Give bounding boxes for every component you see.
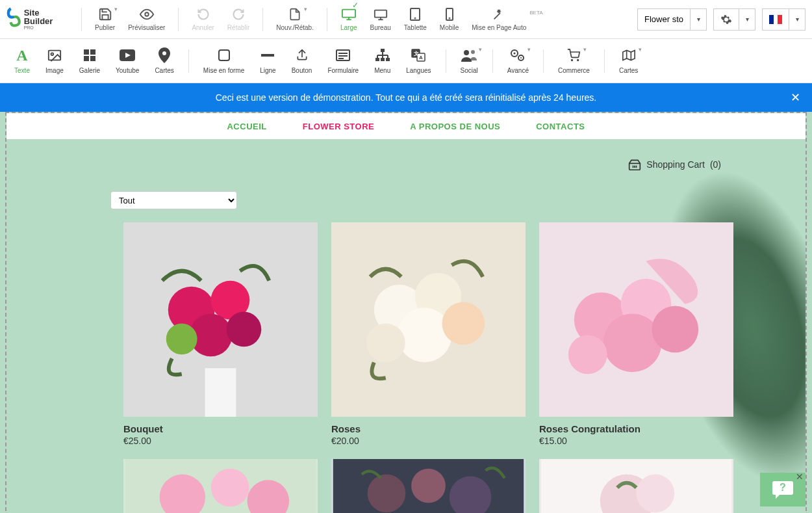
separator: [262, 8, 263, 31]
users-icon: ▾: [461, 47, 477, 63]
insert-toolbar: A Texte Image Galerie Youtube Cartes Mis…: [0, 39, 812, 83]
help-widget[interactable]: ✕ ?: [760, 473, 806, 506]
svg-rect-25: [381, 49, 385, 52]
svg-point-69: [603, 314, 662, 373]
nav-home[interactable]: ACCUEIL: [227, 122, 266, 131]
close-icon[interactable]: ✕: [796, 471, 804, 482]
redo-button[interactable]: Rétablir: [221, 5, 256, 34]
viewport-desktop-button[interactable]: Bureau: [364, 5, 398, 34]
insert-youtube-button[interactable]: Youtube: [108, 45, 147, 77]
svg-rect-59: [205, 368, 236, 417]
chevron-down-icon: ▾: [114, 6, 118, 12]
svg-point-78: [411, 469, 446, 503]
svg-rect-15: [90, 49, 95, 55]
insert-menu-button[interactable]: Menu: [366, 45, 398, 77]
viewport-mobile-button[interactable]: Mobile: [433, 5, 465, 34]
product-price: €15.00: [539, 436, 733, 446]
eye-icon: [140, 7, 154, 21]
separator: [188, 49, 189, 73]
svg-rect-28: [386, 58, 390, 61]
product-card[interactable]: [123, 459, 318, 513]
preview-button[interactable]: Prévisualiser: [121, 5, 171, 34]
insert-form-button[interactable]: Formulaire: [320, 45, 366, 77]
form-icon: [335, 47, 351, 63]
insert-image-label: Image: [45, 67, 64, 74]
svg-point-65: [366, 323, 405, 362]
product-thumbnail: [123, 222, 318, 417]
undo-button[interactable]: Annuler: [185, 5, 220, 34]
insert-button-label: Bouton: [292, 67, 312, 74]
tablet-icon: [408, 7, 422, 21]
site-select-value: Flower sto: [638, 9, 691, 30]
separator: [604, 49, 605, 73]
insert-maps-button[interactable]: Cartes: [147, 45, 181, 77]
insert-advanced-label: Avancé: [507, 67, 529, 74]
product-price: €25.00: [123, 436, 318, 446]
insert-gallery-button[interactable]: Galerie: [71, 45, 108, 77]
insert-line-label: Ligne: [260, 67, 275, 74]
nav-contacts[interactable]: CONTACTS: [536, 122, 585, 131]
nav-about[interactable]: A PROPOS DE NOUS: [410, 122, 500, 131]
right-controls: Flower sto ▾ ▾ ▾: [637, 8, 806, 31]
monitor-icon: [374, 7, 388, 21]
insert-maps2-button[interactable]: ▾ Cartes: [611, 45, 646, 77]
svg-text:A: A: [419, 55, 423, 60]
insert-languages-button[interactable]: 文A Langues: [398, 45, 438, 77]
close-icon[interactable]: ✕: [791, 90, 800, 105]
svg-rect-16: [84, 56, 89, 61]
site-select-dropdown[interactable]: Flower sto ▾: [637, 8, 707, 31]
logo-text: Site BuilderPRO: [24, 8, 62, 30]
logo[interactable]: Site BuilderPRO: [6, 4, 62, 35]
nav-flower-store[interactable]: FLOWER STORE: [303, 122, 374, 131]
insert-image-button[interactable]: Image: [38, 45, 71, 77]
insert-social-button[interactable]: ▾ Social: [453, 45, 486, 77]
insert-commerce-button[interactable]: ▾ Commerce: [550, 45, 598, 77]
insert-languages-label: Langues: [406, 67, 431, 74]
product-title: Bouquet: [123, 423, 318, 434]
viewport-tablet-button[interactable]: Tablette: [398, 5, 433, 34]
svg-line-11: [494, 13, 500, 19]
auto-layout-button[interactable]: Mise en Page Auto: [465, 5, 533, 34]
category-select[interactable]: Tout: [110, 191, 237, 209]
line-icon: [260, 47, 275, 63]
product-card[interactable]: [539, 459, 733, 513]
svg-rect-19: [219, 50, 229, 60]
insert-maps-label: Cartes: [155, 67, 173, 74]
viewport-large-button[interactable]: ✓ Large: [334, 5, 364, 34]
new-restore-button[interactable]: ▾ Nouv./Rétab.: [270, 5, 320, 34]
insert-button-button[interactable]: Bouton: [284, 45, 320, 77]
gears-icon: ▾: [510, 47, 526, 63]
svg-point-70: [652, 306, 698, 353]
product-thumbnail: [331, 222, 526, 417]
monitor-large-icon: ✓: [342, 7, 356, 21]
product-card[interactable]: [331, 459, 526, 513]
settings-dropdown[interactable]: ▾: [713, 8, 755, 31]
svg-point-77: [368, 474, 406, 512]
product-title: Roses: [331, 423, 526, 434]
redo-label: Rétablir: [227, 24, 249, 31]
map-pin-icon: [157, 47, 172, 63]
insert-menu-label: Menu: [374, 67, 390, 74]
preview-label: Prévisualiser: [128, 24, 165, 31]
insert-advanced-button[interactable]: ▾ Avancé: [500, 45, 537, 77]
sitemap-icon: [375, 47, 390, 63]
publish-button[interactable]: ▾ Publier: [88, 5, 121, 34]
chevron-down-icon: ▾: [691, 16, 706, 23]
product-card[interactable]: Roses €20.00: [331, 222, 526, 446]
viewport-large-label: Large: [340, 24, 357, 31]
product-card[interactable]: Roses Congratulation €15.00: [539, 222, 733, 446]
shopping-cart-link[interactable]: Shopping Cart (0): [628, 159, 721, 170]
insert-line-button[interactable]: Ligne: [252, 45, 283, 77]
gear-icon: [714, 9, 739, 30]
language-dropdown[interactable]: ▾: [762, 8, 806, 31]
page-frame[interactable]: ACCUEIL FLOWER STORE A PROPOS DE NOUS CO…: [5, 112, 807, 513]
insert-text-button[interactable]: A Texte: [6, 45, 38, 77]
insert-commerce-label: Commerce: [558, 67, 590, 74]
save-icon: ▾: [98, 7, 112, 21]
svg-rect-1: [342, 10, 355, 18]
product-card[interactable]: Bouquet €25.00: [123, 222, 318, 446]
product-thumbnail: [539, 459, 733, 513]
insert-layout-button[interactable]: Mise en forme: [196, 45, 252, 77]
map-icon: ▾: [621, 47, 637, 63]
chevron-down-icon: ▾: [304, 6, 307, 12]
